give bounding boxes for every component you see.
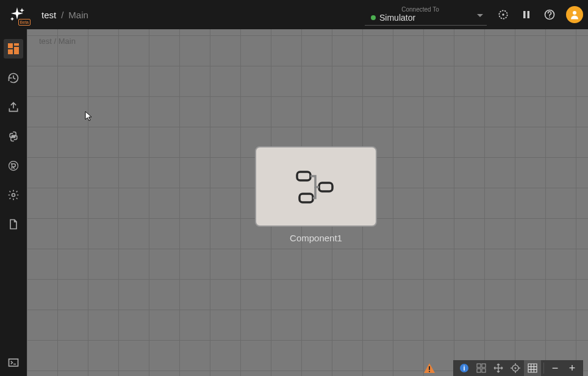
component-label: Component1 xyxy=(255,233,377,243)
zoom-out-button[interactable]: − xyxy=(547,360,564,376)
connection-label: Connected To xyxy=(371,6,470,13)
pause-button[interactable] xyxy=(520,8,533,21)
grid-icon xyxy=(528,363,537,373)
warning-indicator[interactable] xyxy=(423,363,436,376)
svg-rect-2 xyxy=(523,11,526,18)
crosshair-icon xyxy=(511,363,520,373)
beta-badge: Beta xyxy=(18,19,30,26)
svg-rect-16 xyxy=(9,359,18,366)
grid-button[interactable] xyxy=(524,360,541,376)
breadcrumb-separator: / xyxy=(61,10,63,20)
gear-icon xyxy=(7,189,20,201)
help-button[interactable] xyxy=(543,8,556,21)
svg-point-1 xyxy=(502,13,504,15)
canvas-toolbar: i xyxy=(453,360,583,376)
breadcrumb: test / Main xyxy=(41,10,88,20)
toolbar-separator xyxy=(543,363,544,374)
svg-rect-8 xyxy=(14,43,19,46)
svg-rect-7 xyxy=(8,43,13,48)
connection-selector[interactable]: Connected To Simulator xyxy=(365,4,487,26)
connection-value: Simulator xyxy=(371,13,470,23)
layout-icon xyxy=(476,363,486,373)
sidebar xyxy=(0,29,27,376)
svg-point-15 xyxy=(12,194,15,197)
sidebar-item-file[interactable] xyxy=(4,215,23,234)
file-icon xyxy=(7,218,20,230)
target-icon xyxy=(497,9,509,21)
chevron-down-icon xyxy=(477,9,483,20)
svg-rect-3 xyxy=(528,11,530,18)
svg-point-5 xyxy=(549,16,550,18)
component-node[interactable]: Component1 xyxy=(255,146,377,243)
terminal-icon xyxy=(7,356,20,369)
plus-icon: + xyxy=(569,362,576,375)
dashboard-icon xyxy=(7,43,20,55)
canvas-breadcrumb: test / Main xyxy=(39,37,76,46)
svg-rect-18 xyxy=(319,183,332,191)
sidebar-bottom xyxy=(0,353,27,372)
layout-button[interactable] xyxy=(473,360,490,376)
svg-rect-25 xyxy=(482,369,486,372)
svg-rect-23 xyxy=(482,364,486,367)
move-button[interactable] xyxy=(490,360,507,376)
svg-rect-19 xyxy=(299,194,313,202)
svg-rect-9 xyxy=(14,47,19,54)
svg-rect-24 xyxy=(477,369,481,372)
svg-point-27 xyxy=(515,367,517,369)
svg-point-12 xyxy=(14,139,15,140)
svg-rect-10 xyxy=(8,49,13,54)
sidebar-item-dashboard[interactable] xyxy=(4,39,23,59)
move-icon xyxy=(493,363,503,373)
python-icon xyxy=(7,130,20,143)
help-icon xyxy=(543,9,556,21)
warning-icon xyxy=(423,363,436,374)
component-box[interactable] xyxy=(255,146,377,227)
component-diagram-icon xyxy=(295,167,337,206)
header-right: Connected To Simulator xyxy=(365,4,583,26)
sidebar-item-terminal[interactable] xyxy=(4,353,23,372)
user-icon xyxy=(569,9,580,20)
canvas[interactable]: test / Main Component1 i xyxy=(27,29,588,376)
info-button[interactable]: i xyxy=(456,360,473,376)
sidebar-item-python[interactable] xyxy=(4,127,23,146)
svg-point-11 xyxy=(12,133,13,134)
app-header: Beta test / Main Connected To Simulator xyxy=(0,0,588,29)
sidebar-item-export[interactable] xyxy=(4,98,23,117)
sidebar-item-history[interactable] xyxy=(4,68,23,88)
svg-rect-17 xyxy=(297,172,310,180)
sidebar-item-rust[interactable] xyxy=(4,156,23,176)
info-icon: i xyxy=(460,364,468,372)
pause-icon xyxy=(522,10,531,20)
target-button[interactable] xyxy=(497,8,510,21)
svg-rect-20 xyxy=(429,366,430,370)
connection-target: Simulator xyxy=(379,13,415,23)
export-icon xyxy=(7,101,20,113)
user-avatar[interactable] xyxy=(566,6,583,23)
history-icon xyxy=(7,72,20,84)
crosshair-button[interactable] xyxy=(507,360,524,376)
app-logo[interactable]: Beta xyxy=(5,2,29,27)
zoom-in-button[interactable]: + xyxy=(564,360,581,376)
rust-icon xyxy=(7,160,20,172)
svg-point-6 xyxy=(573,11,576,15)
svg-rect-22 xyxy=(477,364,481,367)
breadcrumb-page[interactable]: Main xyxy=(68,10,88,20)
minus-icon: − xyxy=(552,362,559,375)
sidebar-item-settings[interactable] xyxy=(4,185,23,205)
svg-rect-21 xyxy=(429,371,430,372)
status-dot-icon xyxy=(371,15,376,20)
breadcrumb-project[interactable]: test xyxy=(41,10,56,20)
